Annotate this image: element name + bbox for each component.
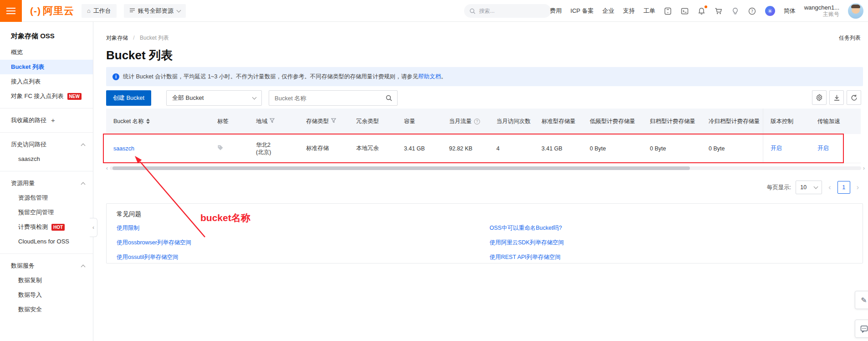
avatar[interactable] [848,3,863,19]
notifications-bell-icon[interactable] [698,7,706,15]
col-header-standard-storage: 标准型存储量 [534,118,582,125]
cell-cold-archive-storage: 0 Byte [701,145,763,152]
filter-funnel-icon[interactable] [331,118,336,124]
locale-switcher[interactable]: 简体 [784,7,796,15]
top-header: (-) 阿里云 ⌂ 工作台 账号全部资源 搜索... 费用 ICP 备案 企业 … [0,0,868,22]
header-right-group: 费用 ICP 备案 企业 支持 工单 ? ✳ [550,0,863,22]
horizontal-scrollbar: ‹ › [106,166,865,170]
sidebar-product-title: 对象存储 OSS [0,22,93,45]
workbench-button[interactable]: ⌂ 工作台 [82,4,117,18]
breadcrumb-separator: / [133,35,134,41]
sidebar-group-usage[interactable]: 资源用量 [0,176,93,191]
scroll-left-icon[interactable]: ‹ [106,166,110,170]
sidebar-item-resource-packages[interactable]: 资源包管理 [0,191,93,205]
scrollbar-thumb[interactable] [112,166,690,170]
hamburger-menu-icon[interactable] [0,0,22,22]
bucket-name-link[interactable]: saaszch [113,145,134,152]
bucket-name-input[interactable] [269,95,381,102]
col-header-region[interactable]: 地域 [249,118,299,125]
nav-support[interactable]: 支持 [623,7,635,15]
sidebar-item-reserved-capacity[interactable]: 预留空间管理 [0,205,93,220]
sidebar-item-billing-check[interactable]: 计费项检测 HOT [0,220,93,234]
sidebar-item-data-replication[interactable]: 数据复制 [0,273,93,288]
pencil-icon: ✎ [861,296,867,305]
col-header-redundancy: 冗余类型 [349,118,397,125]
versioning-toggle-link[interactable]: 开启 [771,145,782,152]
faq-link-ossbrowser[interactable]: 使用ossbrowser列举存储空间 [117,239,191,247]
nav-enterprise[interactable]: 企业 [602,7,614,15]
sidebar-favorite-paths[interactable]: 我收藏的路径 + [0,113,93,128]
sidebar-history-item-saaszch[interactable]: saaszch [0,152,93,166]
info-banner: i 统计 Bucket 合计数据，平均延迟 1~3 小时。不作为计量数据，仅作参… [106,67,863,86]
question-circle-icon[interactable]: ? [474,119,480,124]
col-header-bucket-name[interactable]: Bucket 名称 [106,118,210,125]
faq-title: 常见问题 [117,210,863,218]
tag-icon[interactable] [217,145,224,152]
sort-icon[interactable] [146,119,150,124]
help-icon[interactable]: ? [748,7,756,15]
table-row[interactable]: saaszch 华北2 (北京) 标准存储 本地冗余 3.41 GB 92.82… [106,134,861,163]
nav-billing[interactable]: 费用 [550,7,562,15]
main-content: 对象存储 / Bucket 列表 任务列表 Bucket 列表 i 统计 Buc… [93,22,868,341]
app-icon[interactable] [664,7,672,15]
faq-link-ossutil[interactable]: 使用ossutil列举存储空间 [117,253,178,261]
col-header-storage-class[interactable]: 存储类型 [299,118,349,125]
sidebar-item-bucket-list[interactable]: Bucket 列表 [0,60,93,74]
cloudshell-icon[interactable] [681,7,689,15]
account-scope-dropdown[interactable]: 账号全部资源 [124,4,186,18]
cart-icon[interactable] [715,7,723,15]
faq-link-rest-api[interactable]: 使用REST API列举存储空间 [490,253,561,261]
export-download-button[interactable] [829,90,844,105]
cell-storage-class: 标准存储 [299,145,349,152]
help-doc-link[interactable]: 帮助文档 [418,73,441,81]
task-list-link[interactable]: 任务列表 [839,34,861,42]
bucket-table: Bucket 名称 标签 地域 存储类型 冗余类型 容量 当月流量 ? [106,108,861,163]
aliyun-logo[interactable]: (-) 阿里云 [30,4,74,18]
faq-link-usage-limits[interactable]: 使用限制 [117,224,139,232]
page-size-select[interactable]: 10 [796,181,822,194]
nav-icp[interactable]: ICP 备案 [571,7,594,15]
current-page-button[interactable]: 1 [837,181,850,194]
feedback-chat-button[interactable] [855,320,868,338]
sidebar-item-data-import[interactable]: 数据导入 [0,288,93,302]
faq-link-rename-bucket[interactable]: OSS中可以重命名Bucket吗? [490,224,562,232]
sidebar: 对象存储 OSS 概览 Bucket 列表 接入点列表 对象 FC 接入点列表 … [0,22,93,341]
col-header-tags: 标签 [210,118,249,125]
sidebar-item-data-security[interactable]: 数据安全 [0,302,93,317]
user-account-block[interactable]: wangchen1... 主账号 [804,4,839,18]
next-page-button[interactable]: › [855,183,861,191]
oss-console-page: (-) 阿里云 ⌂ 工作台 账号全部资源 搜索... 费用 ICP 备案 企业 … [0,0,868,341]
assistant-icon[interactable]: ✳ [765,6,775,16]
add-favorite-icon[interactable]: + [51,113,55,128]
global-search-input[interactable]: 搜索... [464,4,551,18]
lightbulb-icon[interactable] [731,7,740,15]
faq-link-sdk-list[interactable]: 使用阿里云SDK列举存储空间 [490,239,564,247]
sidebar-item-cloudlens[interactable]: CloudLens for OSS [0,234,93,249]
chevron-down-icon [252,95,257,100]
gear-icon [816,94,823,101]
filter-funnel-icon[interactable] [270,118,275,124]
refresh-button[interactable] [847,90,861,105]
sidebar-collapse-handle[interactable]: ‹ [90,218,97,237]
breadcrumb-root[interactable]: 对象存储 [106,35,128,41]
table-settings-button[interactable] [812,90,827,105]
create-bucket-button[interactable]: 创建 Bucket [106,90,151,106]
sidebar-group-history[interactable]: 历史访问路径 [0,137,93,152]
sidebar-item-overview[interactable]: 概览 [0,45,93,60]
scroll-right-icon[interactable]: › [861,166,865,170]
faq-right-column: OSS中可以重命名Bucket吗? 使用阿里云SDK列举存储空间 使用REST … [490,224,863,261]
nav-ticket[interactable]: 工单 [643,7,655,15]
search-submit-icon[interactable] [381,95,397,101]
sidebar-item-access-points[interactable]: 接入点列表 [0,74,93,89]
cell-monthly-visits: 4 [489,145,534,152]
transfer-acceleration-link[interactable]: 开启 [817,145,829,152]
bucket-filter-select[interactable]: 全部 Bucket [166,90,262,106]
sidebar-item-fc-access-points[interactable]: 对象 FC 接入点列表 NEW [0,89,93,103]
region-line1: 华北2 [256,141,271,149]
cell-ia-storage: 0 Byte [582,145,643,152]
sidebar-group-data-services[interactable]: 数据服务 [0,258,93,273]
new-badge: NEW [67,93,82,100]
feedback-survey-button[interactable]: ✎ [855,291,868,309]
prev-page-button[interactable]: ‹ [827,183,832,191]
scrollbar-track[interactable] [110,166,861,170]
